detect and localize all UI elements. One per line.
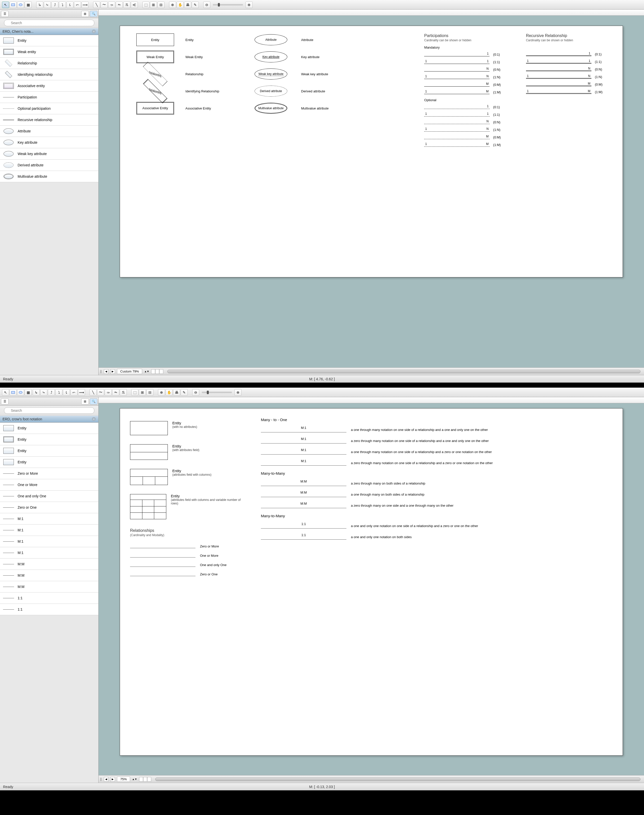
participation-line[interactable]: M bbox=[424, 82, 489, 86]
palette-item[interactable]: M:1 bbox=[0, 536, 98, 547]
relationship-line[interactable]: 1:1 bbox=[261, 523, 347, 529]
eyedropper-tool[interactable]: ✎ bbox=[181, 389, 188, 396]
zoom-slider[interactable] bbox=[213, 4, 243, 6]
palette-item[interactable]: One or More bbox=[0, 479, 98, 491]
tree-view-button[interactable]: ☰ bbox=[1, 11, 9, 17]
palette-item-attribute[interactable]: Attribute bbox=[0, 126, 98, 137]
palette-item-optional[interactable]: Optional participation bbox=[0, 103, 98, 114]
curve-tool[interactable]: 〜 bbox=[101, 2, 108, 8]
table-tool[interactable]: ▦ bbox=[25, 2, 32, 8]
connector-4[interactable]: ⤵ bbox=[55, 389, 62, 396]
palette-item-entity[interactable]: Entity bbox=[0, 35, 98, 46]
relationship-line[interactable]: M:M bbox=[261, 492, 347, 497]
connector-tool-4[interactable]: ⤵ bbox=[59, 2, 66, 8]
connector-3[interactable]: ⤴ bbox=[48, 389, 55, 396]
align-tool[interactable]: ⊟ bbox=[146, 389, 153, 396]
eyedropper-tool[interactable]: ✎ bbox=[192, 2, 199, 8]
participation-line[interactable]: 1M bbox=[424, 142, 489, 147]
participation-line[interactable]: N bbox=[526, 67, 592, 71]
zoom-display-2[interactable]: 75% bbox=[117, 777, 130, 782]
ellipse-tool[interactable] bbox=[17, 2, 24, 8]
connector-tool-5[interactable]: ⤹ bbox=[66, 2, 74, 8]
print-tool[interactable]: 🖶 bbox=[184, 2, 191, 8]
path-tool-4[interactable]: ⥺ bbox=[131, 2, 138, 8]
palette-close-icon[interactable]: × bbox=[92, 417, 96, 421]
view-mode-toggle[interactable] bbox=[151, 369, 163, 374]
palette-item[interactable]: One and only One bbox=[0, 491, 98, 502]
canvas-scroll[interactable]: Entity Entity Attribute Attribute Weak E… bbox=[99, 15, 644, 368]
search-input[interactable] bbox=[4, 20, 94, 26]
cardinality-line[interactable] bbox=[130, 573, 195, 576]
palette-header[interactable]: ERD, Chen's nota... × bbox=[0, 28, 98, 35]
relationship-line[interactable]: 1:1 bbox=[261, 534, 347, 540]
shape-weak-entity[interactable]: Weak Entity bbox=[136, 51, 174, 63]
palette-item-key-attribute[interactable]: Key attribute bbox=[0, 137, 98, 148]
zoom-out-button[interactable]: ⊖ bbox=[203, 2, 210, 8]
palette-item-derived[interactable]: Derived attribute bbox=[0, 160, 98, 171]
entity-attrs[interactable] bbox=[130, 444, 168, 460]
palette-item[interactable]: 1:1 bbox=[0, 592, 98, 604]
connector-tool-6[interactable]: ⤺ bbox=[74, 2, 81, 8]
shape-associative[interactable]: Associative Entity bbox=[136, 102, 174, 115]
zoom-in-button[interactable]: ⊕ bbox=[235, 389, 241, 396]
participation-line[interactable]: 11 bbox=[424, 59, 489, 64]
palette-header-2[interactable]: ERD, crow's foot notation × bbox=[0, 415, 98, 423]
relationship-line[interactable]: M:M bbox=[261, 503, 347, 508]
relationship-line[interactable]: M:1 bbox=[261, 460, 347, 466]
participation-line[interactable]: 11 bbox=[526, 59, 592, 64]
entity-rows[interactable] bbox=[130, 494, 166, 519]
participation-line[interactable]: 1 bbox=[424, 105, 489, 109]
cardinality-line[interactable] bbox=[130, 563, 195, 567]
search-toggle-button[interactable]: 🔍 bbox=[90, 11, 97, 17]
path-tool-1[interactable]: ⤼ bbox=[108, 2, 115, 8]
palette-item[interactable]: Entity bbox=[0, 457, 98, 468]
hand-tool[interactable]: ✋ bbox=[176, 2, 184, 8]
shape-multivalue[interactable]: Multivalue attribute bbox=[255, 103, 287, 114]
rectangle-tool[interactable] bbox=[9, 2, 17, 8]
page-next-button[interactable]: ▶ bbox=[110, 777, 115, 781]
ungroup-tool[interactable]: ⊞ bbox=[150, 2, 157, 8]
connector-2[interactable]: ⤷ bbox=[40, 389, 47, 396]
palette-item-weak-key[interactable]: Weak key attribute bbox=[0, 148, 98, 160]
zoom-display[interactable]: Custom 79% bbox=[117, 369, 142, 374]
grid-view-button[interactable]: ⊞ bbox=[81, 11, 89, 17]
relationship-line[interactable]: M:1 bbox=[261, 449, 347, 455]
palette-item[interactable]: 1:1 bbox=[0, 604, 98, 615]
shape-attribute[interactable]: Attribute bbox=[255, 34, 287, 45]
palette-item[interactable]: M:M bbox=[0, 570, 98, 581]
relationship-line[interactable]: M:M bbox=[261, 480, 347, 486]
connector-1[interactable]: ↳ bbox=[33, 389, 40, 396]
zoom-in-button[interactable]: ⊕ bbox=[245, 2, 253, 8]
connector-6[interactable]: ⤺ bbox=[71, 389, 77, 396]
participation-line[interactable]: 1M bbox=[526, 89, 592, 94]
page-prev-button[interactable]: ◀ bbox=[104, 369, 109, 374]
path-tool-2[interactable]: ⥲ bbox=[116, 2, 123, 8]
canvas-scroll[interactable]: Entity(with no attributes) Entity(with a… bbox=[99, 403, 644, 775]
participation-line[interactable]: M bbox=[424, 135, 489, 139]
cardinality-line[interactable] bbox=[130, 554, 195, 558]
page-next-button[interactable]: ▶ bbox=[110, 369, 115, 374]
align-tool[interactable]: ⊟ bbox=[158, 2, 164, 8]
palette-item[interactable]: Zero or One bbox=[0, 502, 98, 513]
palette-item-identifying[interactable]: Identifying relationship bbox=[0, 69, 98, 80]
relationship-line[interactable]: M:1 bbox=[261, 438, 347, 443]
palette-item[interactable]: M:1 bbox=[0, 513, 98, 524]
palette-item[interactable]: M:M bbox=[0, 558, 98, 570]
palette-item-associative[interactable]: Associative entity bbox=[0, 80, 98, 92]
connector-tool-2[interactable]: ⤷ bbox=[44, 2, 51, 8]
pointer-tool[interactable]: ↖ bbox=[2, 389, 9, 396]
relationship-line[interactable]: M:1 bbox=[261, 427, 347, 432]
palette-item[interactable]: Entity bbox=[0, 423, 98, 434]
entity-no-attrs[interactable] bbox=[130, 421, 168, 435]
palette-item[interactable]: Zero or More bbox=[0, 468, 98, 479]
participation-line[interactable]: N bbox=[424, 120, 489, 124]
path-2[interactable]: ⥲ bbox=[112, 389, 119, 396]
hand-tool[interactable]: ✋ bbox=[166, 389, 173, 396]
ellipse-tool[interactable] bbox=[17, 389, 24, 396]
connector-tool-7[interactable]: ⟿ bbox=[81, 2, 89, 8]
connector-7[interactable]: ⟿ bbox=[78, 389, 85, 396]
canvas-page-2[interactable]: Entity(with no attributes) Entity(with a… bbox=[120, 408, 623, 756]
palette-item[interactable]: Entity bbox=[0, 445, 98, 457]
palette-item[interactable]: M:1 bbox=[0, 524, 98, 536]
page-prev-button[interactable]: ◀ bbox=[104, 777, 109, 781]
